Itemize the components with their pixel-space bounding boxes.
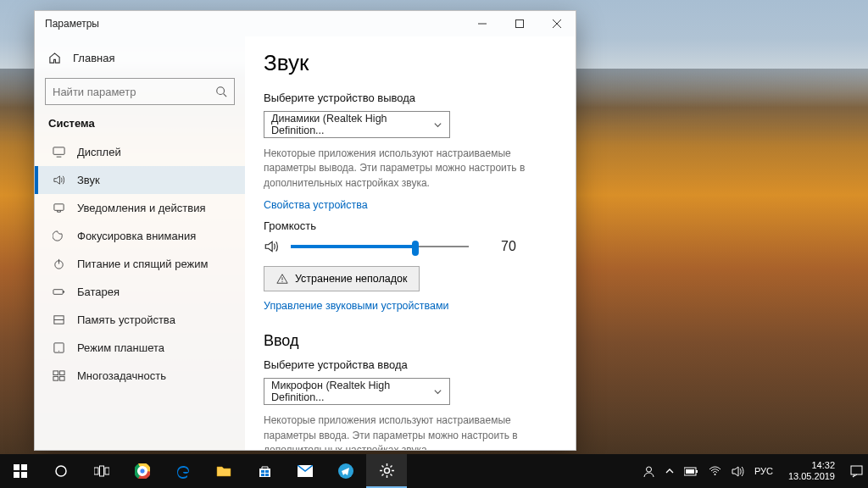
minimize-button[interactable] bbox=[464, 11, 501, 36]
tablet-icon bbox=[52, 341, 65, 354]
sidebar-item-tablet[interactable]: Режим планшета bbox=[35, 334, 245, 362]
sidebar-item-label: Многозадачность bbox=[77, 369, 166, 382]
input-device-select[interactable]: Микрофон (Realtek High Definition... bbox=[264, 378, 450, 405]
svg-point-43 bbox=[384, 468, 389, 473]
input-desc: Некоторые приложения используют настраив… bbox=[264, 413, 543, 450]
tray-language[interactable]: РУС bbox=[754, 466, 773, 476]
sidebar-section-title: Система bbox=[35, 117, 245, 138]
slider-thumb[interactable] bbox=[412, 241, 419, 256]
sidebar-item-power[interactable]: Питание и спящий режим bbox=[35, 250, 245, 278]
troubleshoot-button[interactable]: Устранение неполадок bbox=[264, 266, 420, 291]
svg-line-48 bbox=[381, 465, 383, 467]
main-content: Звук Выберите устройство вывода Динамики… bbox=[245, 36, 576, 450]
warning-icon bbox=[276, 273, 288, 285]
store-icon[interactable] bbox=[244, 454, 285, 488]
svg-rect-55 bbox=[686, 469, 694, 474]
device-properties-link[interactable]: Свойства устройства bbox=[264, 199, 368, 211]
titlebar[interactable]: Параметры bbox=[35, 11, 576, 36]
tray-wifi-icon[interactable] bbox=[709, 466, 721, 476]
sidebar-item-notifications[interactable]: Уведомления и действия bbox=[35, 194, 245, 222]
input-device-label: Выберите устройства ввода bbox=[264, 358, 557, 371]
speaker-icon bbox=[264, 239, 279, 254]
notification-icon bbox=[52, 202, 65, 214]
sidebar-item-focus[interactable]: Фокусировка внимания bbox=[35, 222, 245, 250]
svg-rect-25 bbox=[14, 472, 19, 478]
tray-notifications-icon[interactable] bbox=[850, 465, 863, 478]
svg-rect-23 bbox=[14, 464, 19, 470]
sidebar-home-label: Главная bbox=[73, 52, 114, 64]
power-icon bbox=[52, 258, 65, 270]
svg-rect-18 bbox=[59, 371, 64, 375]
mail-icon[interactable] bbox=[285, 454, 326, 488]
sidebar-home[interactable]: Главная bbox=[35, 47, 245, 78]
svg-rect-30 bbox=[105, 468, 109, 474]
svg-point-52 bbox=[646, 467, 651, 472]
svg-rect-40 bbox=[265, 474, 269, 476]
svg-line-49 bbox=[390, 474, 392, 475]
sidebar-item-display[interactable]: Дисплей bbox=[35, 138, 245, 166]
search-input[interactable] bbox=[45, 78, 235, 105]
tray-volume-icon[interactable] bbox=[732, 466, 744, 477]
maximize-button[interactable] bbox=[501, 11, 538, 36]
sound-icon bbox=[52, 174, 65, 186]
svg-line-51 bbox=[381, 474, 383, 475]
taskview-icon[interactable] bbox=[81, 454, 122, 488]
tray-battery-icon[interactable] bbox=[684, 467, 698, 476]
focus-icon bbox=[52, 230, 65, 242]
sidebar-item-label: Память устройства bbox=[77, 313, 175, 326]
svg-rect-12 bbox=[63, 291, 64, 293]
home-icon bbox=[48, 52, 61, 64]
tray-date: 13.05.2019 bbox=[788, 471, 835, 482]
tray-people-icon[interactable] bbox=[643, 465, 655, 478]
sidebar-item-multitask[interactable]: Многозадачность bbox=[35, 362, 245, 390]
telegram-icon[interactable] bbox=[326, 454, 366, 488]
svg-point-4 bbox=[217, 87, 225, 95]
svg-line-5 bbox=[224, 94, 227, 97]
output-device-select[interactable]: Динамики (Realtek High Definition... bbox=[264, 111, 450, 138]
sidebar-item-label: Звук bbox=[77, 174, 100, 186]
tray-chevron-up-icon[interactable] bbox=[665, 467, 674, 475]
svg-rect-54 bbox=[696, 470, 698, 473]
svg-rect-19 bbox=[53, 376, 58, 380]
chevron-down-icon bbox=[433, 387, 442, 396]
settings-taskbar-icon[interactable] bbox=[366, 454, 407, 488]
svg-rect-11 bbox=[53, 290, 62, 295]
svg-point-27 bbox=[56, 466, 66, 476]
volume-value: 70 bbox=[501, 239, 516, 254]
display-icon bbox=[52, 146, 65, 158]
chevron-down-icon bbox=[433, 120, 442, 130]
tray-clock[interactable]: 14:32 13.05.2019 bbox=[783, 460, 840, 481]
svg-point-16 bbox=[58, 351, 58, 352]
svg-rect-20 bbox=[59, 376, 64, 380]
sidebar-item-sound[interactable]: Звук bbox=[35, 166, 245, 194]
start-button[interactable] bbox=[0, 454, 41, 488]
chrome-icon[interactable] bbox=[122, 454, 163, 488]
svg-rect-28 bbox=[94, 468, 98, 474]
svg-point-56 bbox=[714, 474, 715, 475]
search-field[interactable] bbox=[53, 86, 215, 98]
svg-rect-26 bbox=[21, 472, 27, 478]
window-title: Параметры bbox=[45, 18, 99, 30]
sidebar-item-label: Дисплей bbox=[77, 146, 121, 158]
volume-label: Громкость bbox=[264, 219, 557, 232]
svg-rect-57 bbox=[851, 466, 862, 474]
volume-slider[interactable] bbox=[291, 240, 469, 253]
svg-rect-38 bbox=[265, 470, 269, 473]
sidebar: Главная Система Дисплей Звук bbox=[35, 36, 245, 450]
manage-devices-link[interactable]: Управление звуковыми устройствами bbox=[264, 300, 449, 312]
explorer-icon[interactable] bbox=[203, 454, 244, 488]
input-device-value: Микрофон (Realtek High Definition... bbox=[271, 380, 433, 403]
cortana-icon[interactable] bbox=[41, 454, 81, 488]
edge-icon[interactable] bbox=[163, 454, 203, 488]
svg-line-50 bbox=[390, 465, 392, 467]
sidebar-item-storage[interactable]: Память устройства bbox=[35, 306, 245, 334]
output-desc: Некоторые приложения используют настраив… bbox=[264, 147, 543, 191]
close-button[interactable] bbox=[538, 11, 576, 36]
output-device-label: Выберите устройство вывода bbox=[264, 92, 557, 104]
taskbar[interactable]: РУС 14:32 13.05.2019 bbox=[0, 454, 868, 488]
svg-rect-39 bbox=[261, 474, 264, 476]
sidebar-item-battery[interactable]: Батарея bbox=[35, 278, 245, 306]
storage-icon bbox=[52, 313, 65, 326]
settings-window: Параметры Главная bbox=[34, 10, 576, 451]
svg-point-22 bbox=[281, 281, 282, 282]
